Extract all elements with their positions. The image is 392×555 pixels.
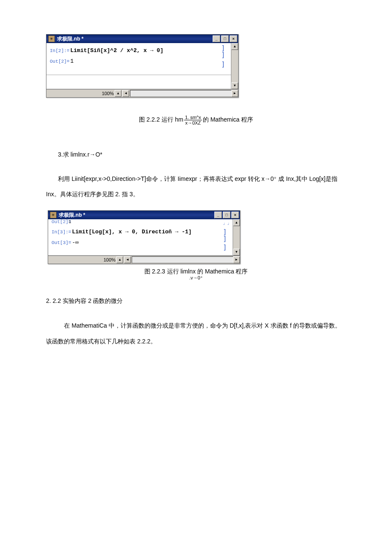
scroll-up-button[interactable]: ▲ <box>233 219 240 226</box>
cell-brackets-1: ] ] ] <box>221 45 229 73</box>
scroll-left-button[interactable]: ◄ <box>122 90 129 97</box>
document-page: ✳ 求极限.nb * _ □ × In[2]:= Limit[Siñ[x]^2 … <box>0 0 392 383</box>
mathematica-window-1: ✳ 求极限.nb * _ □ × In[2]:= Limit[Siñ[x]^2 … <box>46 34 239 98</box>
bracket-icon: ] <box>223 244 231 251</box>
close-button[interactable]: × <box>230 35 237 42</box>
scroll-right-button[interactable]: ► <box>233 256 240 263</box>
window-controls-1: _ □ × <box>213 35 238 42</box>
zoom-control-1: 100% ▲ ◄ <box>102 90 129 97</box>
window-title-1: 求极限.nb * <box>57 35 213 43</box>
app-icon: ✳ <box>50 212 57 218</box>
prev-output-cell-2: Out[2]= 1 <box>52 219 221 224</box>
window-controls-2: _ □ × <box>214 212 240 218</box>
window-title-2: 求极限.nb * <box>59 212 214 219</box>
zoom-up-button[interactable]: ▲ <box>116 256 123 263</box>
figure-caption-2: 图 2.2.3 运行 limlnx 的 Mathemica 程序 .v→0⁺ <box>46 268 346 280</box>
output-cell-1: Out[2]= 1 <box>50 58 219 64</box>
in-code-2[interactable]: Limit[Log[x], x → 0, Directioñ → -1] <box>72 229 221 235</box>
titlebar-1: ✳ 求极限.nb * _ □ × <box>46 35 238 43</box>
bracket-icon: ] <box>223 235 231 242</box>
caption-prefix-1: 图 2.2.2 运行 hm <box>139 116 183 123</box>
close-button[interactable]: × <box>231 212 239 218</box>
notebook-body-wrap-1: In[2]:= Limit[Siñ[x]^2 / x^2, x → 0] Out… <box>46 43 238 89</box>
scroll-down-button[interactable]: ▼ <box>231 82 238 89</box>
scroll-up-button[interactable]: ▲ <box>231 43 238 50</box>
fraction-numerator: 1. sm^x <box>184 115 202 120</box>
minimize-button[interactable]: _ <box>214 212 222 218</box>
paragraph-5: 在 MathematiCa 中，计算函数的微分或是非常方便的，命令为 D[f,x… <box>46 318 346 349</box>
in-label-1: In[2]:= <box>50 48 70 53</box>
horizontal-scrollbar-2[interactable] <box>132 256 239 263</box>
statusbar-2: 100% ▲ ◄ ► <box>48 256 240 264</box>
in-code-1[interactable]: Limit[Siñ[x]^2 / x^2, x → 0] <box>70 47 219 54</box>
out-code-2: -∞ <box>72 239 221 246</box>
out-code-1: 1 <box>70 58 219 64</box>
bracket-icon: 」」 <box>223 221 231 225</box>
mathematica-window-2: ✳ 求极限.nb * _ □ × Out[2]= 1 In[3]:= Limit… <box>48 210 240 264</box>
horizontal-scrollbar-1[interactable] <box>130 90 237 97</box>
scroll-down-button[interactable]: ▼ <box>233 249 240 256</box>
notebook-body-wrap-2: Out[2]= 1 In[3]:= Limit[Log[x], x → 0, D… <box>48 219 240 256</box>
scroll-left-button[interactable]: ◄ <box>124 256 131 263</box>
paragraph-4: 利用 Liinit[expr,x->0,Direction->T]命令，计算 I… <box>46 171 346 202</box>
app-icon: ✳ <box>48 35 55 42</box>
cell-brackets-2: 」」 ] ] ] <box>223 221 231 253</box>
zoom-up-button[interactable]: ▲ <box>115 90 121 97</box>
paragraph-3: 3.求 limlnx.r→O* <box>46 147 346 162</box>
maximize-button[interactable]: □ <box>221 35 229 42</box>
caption-fraction-1: 1. sm^xx→0XZ <box>184 115 202 125</box>
bracket-icon: ] <box>221 61 229 68</box>
zoom-value-2: 100% <box>104 257 115 262</box>
minimize-button[interactable]: _ <box>213 35 220 42</box>
titlebar-2: ✳ 求极限.nb * _ □ × <box>48 211 240 219</box>
figure-caption-1: 图 2.2.2 运行 hm1. sm^xx→0XZ的 Mathemica 程序 <box>46 115 346 125</box>
caption-suffix-1: 的 Mathemica 程序 <box>203 116 253 123</box>
prev-out-code-2: 1 <box>69 220 221 224</box>
zoom-value-1: 100% <box>102 91 114 96</box>
input-cell-2: In[3]:= Limit[Log[x], x → 0, Directioñ →… <box>52 229 221 235</box>
bracket-icon: ] <box>221 52 229 58</box>
maximize-button[interactable]: □ <box>223 212 231 218</box>
fraction-denominator: x→0XZ <box>184 120 202 125</box>
scroll-right-button[interactable]: ► <box>231 90 238 97</box>
caption-line1: 图 2.2.3 运行 limlnx 的 Mathemica 程序 <box>144 268 248 275</box>
empty-cell-1[interactable] <box>46 75 231 89</box>
notebook-body-2: Out[2]= 1 In[3]:= Limit[Log[x], x → 0, D… <box>48 219 233 256</box>
section-heading-2: 2. 2.2 实验内容 2 函数的微分 <box>46 297 346 305</box>
notebook-body-1: In[2]:= Limit[Siñ[x]^2 / x^2, x → 0] Out… <box>46 43 231 75</box>
caption-line2: .v→0⁺ <box>189 275 203 280</box>
out-label-2: Out[3]= <box>52 240 72 245</box>
zoom-control-2: 100% ▲ ◄ <box>104 256 131 263</box>
output-cell-2: Out[3]= -∞ <box>52 239 221 246</box>
out-label-1: Out[2]= <box>50 59 70 64</box>
statusbar-1: 100% ▲ ◄ ► <box>46 89 238 97</box>
vertical-scrollbar-1[interactable]: ▲ ▼ <box>231 43 238 89</box>
input-cell-1: In[2]:= Limit[Siñ[x]^2 / x^2, x → 0] <box>50 47 219 54</box>
in-label-2: In[3]:= <box>52 230 72 235</box>
vertical-scrollbar-2[interactable]: ▲ ▼ <box>233 219 240 256</box>
prev-out-label-2: Out[2]= <box>52 219 69 224</box>
